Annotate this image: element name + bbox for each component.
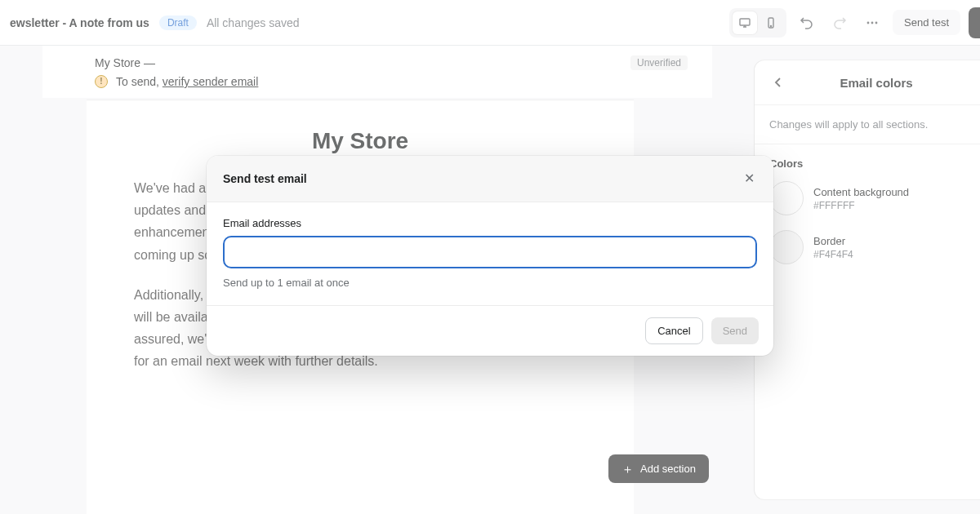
send-test-modal: Send test email ✕ Email addresses Send u… [207, 156, 773, 356]
modal-overlay: Send test email ✕ Email addresses Send u… [0, 0, 980, 514]
modal-title: Send test email [223, 172, 307, 185]
helper-text: Send up to 1 email at once [223, 277, 757, 289]
close-icon[interactable]: ✕ [741, 171, 757, 187]
modal-body: Email addresses Send up to 1 email at on… [207, 202, 773, 305]
cancel-button[interactable]: Cancel [645, 317, 702, 344]
email-field-label: Email addresses [223, 217, 757, 229]
send-button[interactable]: Send [711, 317, 759, 344]
modal-header: Send test email ✕ [207, 156, 773, 202]
modal-footer: Cancel Send [207, 305, 773, 356]
email-addresses-input[interactable] [223, 236, 757, 268]
